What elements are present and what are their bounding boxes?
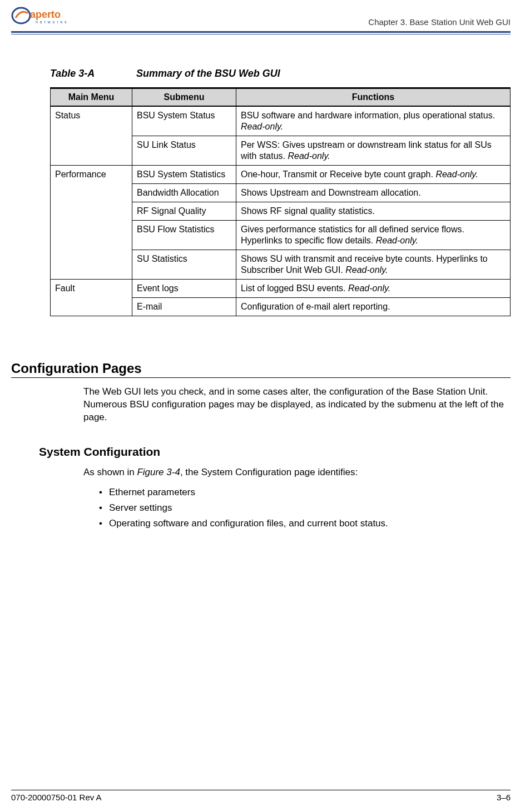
table-row: Status BSU System Status BSU software an… [51, 106, 511, 136]
cell-sub: Event logs [132, 280, 236, 298]
chapter-label: Chapter 3. Base Station Unit Web GUI [368, 17, 511, 28]
cell-sub: Bandwidth Allocation [132, 184, 236, 202]
logo-text: aperto [30, 9, 61, 20]
cell-main: Status [51, 106, 132, 166]
cell-main: Performance [51, 166, 132, 280]
cell-sub: BSU System Status [132, 106, 236, 136]
logo: aperto n e t w o r k s [11, 6, 72, 28]
page-header: aperto n e t w o r k s Chapter 3. Base S… [11, 6, 511, 28]
subsection-paragraph: As shown in Figure 3-4, the System Confi… [83, 466, 511, 479]
header-rule-thin [11, 34, 511, 34]
table-title: Summary of the BSU Web GUI [136, 68, 280, 79]
th-submenu: Submenu [132, 88, 236, 107]
footer-page-number: 3–6 [497, 793, 511, 802]
th-functions: Functions [236, 88, 511, 107]
cell-sub: SU Link Status [132, 136, 236, 166]
table-row: Fault Event logs List of logged BSU even… [51, 280, 511, 298]
cell-fn: Shows RF signal quality statistics. [236, 202, 511, 221]
page-footer: 070-20000750-01 Rev A 3–6 [11, 790, 511, 802]
cell-fn: Gives performance statistics for all def… [236, 221, 511, 250]
header-rule [11, 31, 511, 33]
bullet-list: Ethernet parameters Server settings Oper… [99, 487, 511, 529]
th-main-menu: Main Menu [51, 88, 132, 107]
cell-sub: E-mail [132, 298, 236, 316]
subsection-heading: System Configuration [39, 445, 511, 459]
cell-fn: List of logged BSU events. Read-only. [236, 280, 511, 298]
table-label: Table 3-A [50, 68, 133, 79]
list-item: Ethernet parameters [99, 487, 511, 498]
cell-fn: BSU software and hardware information, p… [236, 106, 511, 136]
table-row: Performance BSU System Statistics One-ho… [51, 166, 511, 184]
cell-sub: SU Statistics [132, 250, 236, 280]
section-heading: Configuration Pages [11, 361, 511, 378]
cell-main: Fault [51, 280, 132, 316]
summary-table: Main Menu Submenu Functions Status BSU S… [50, 87, 511, 316]
cell-fn: Shows SU with transmit and receive byte … [236, 250, 511, 280]
list-item: Operating software and configuration fil… [99, 518, 511, 529]
cell-fn: One-hour, Transmit or Receive byte count… [236, 166, 511, 184]
cell-fn: Per WSS: Gives upstream or downstream li… [236, 136, 511, 166]
svg-point-0 [12, 8, 30, 23]
logo-subtext: n e t w o r k s [36, 20, 67, 24]
figure-reference: Figure 3-4 [137, 467, 180, 477]
cell-fn: Configuration of e-mail alert reporting. [236, 298, 511, 316]
section-paragraph: The Web GUI lets you check, and in some … [83, 386, 511, 424]
cell-sub: BSU Flow Statistics [132, 221, 236, 250]
table-caption: Table 3-A Summary of the BSU Web GUI [50, 68, 511, 79]
cell-fn: Shows Upstream and Downstream allocation… [236, 184, 511, 202]
list-item: Server settings [99, 502, 511, 514]
cell-sub: BSU System Statistics [132, 166, 236, 184]
footer-doc-id: 070-20000750-01 Rev A [11, 793, 102, 802]
cell-sub: RF Signal Quality [132, 202, 236, 221]
